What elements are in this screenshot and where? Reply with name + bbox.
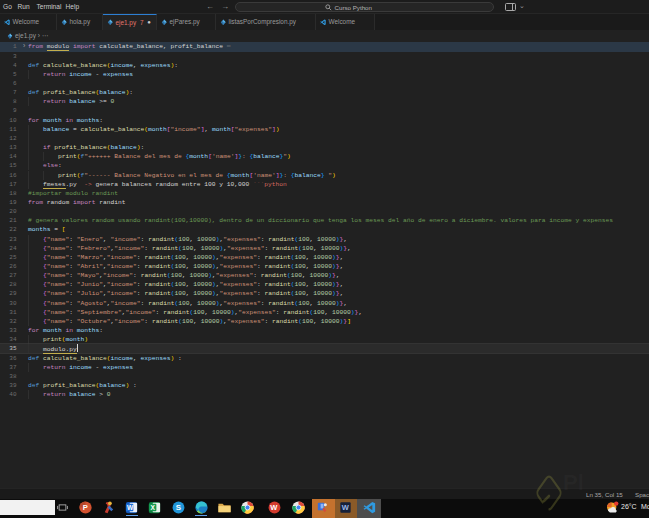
- svg-text:X: X: [151, 504, 156, 511]
- svg-text:W: W: [127, 504, 134, 511]
- svg-text:W: W: [270, 503, 278, 512]
- svg-text:S: S: [175, 503, 180, 512]
- svg-text:P: P: [82, 503, 87, 512]
- svg-text:W: W: [342, 503, 350, 512]
